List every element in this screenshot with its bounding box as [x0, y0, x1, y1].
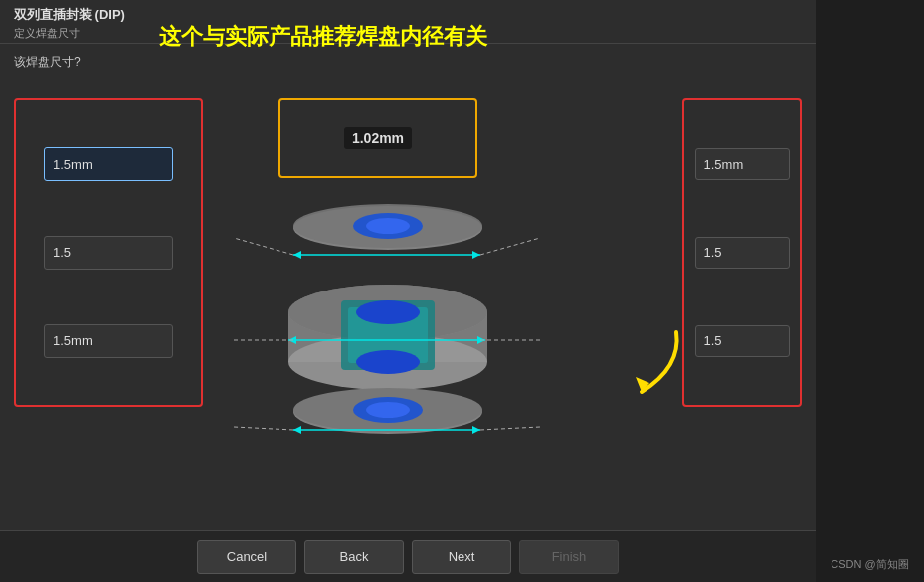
right-inputs-box: [682, 98, 802, 407]
svg-line-28: [480, 238, 540, 255]
right-input-0[interactable]: [695, 148, 790, 180]
svg-line-27: [234, 427, 293, 430]
svg-point-10: [356, 300, 420, 324]
left-inputs-box: [14, 98, 203, 407]
pad-size-label: 该焊盘尺寸?: [14, 54, 802, 71]
right-input-2[interactable]: [695, 325, 790, 357]
footer: Cancel Back Next Finish: [0, 530, 816, 582]
finish-button: Finish: [519, 540, 619, 574]
cancel-button[interactable]: Cancel: [197, 540, 296, 574]
pad-diagram-svg: [234, 183, 542, 442]
left-input-2[interactable]: [44, 324, 173, 358]
main-window: 双列直插封装 (DIP) 定义焊盘尺寸 这个与实际产品推荐焊盘内径有关 该焊盘尺…: [0, 0, 816, 582]
right-input-1[interactable]: [695, 237, 790, 269]
svg-point-15: [366, 402, 410, 418]
back-button[interactable]: Back: [304, 540, 404, 574]
next-button[interactable]: Next: [412, 540, 511, 574]
svg-line-25: [234, 238, 293, 255]
left-input-0[interactable]: [44, 147, 173, 181]
watermark-panel: CSDN @简知圈: [816, 0, 924, 582]
svg-point-11: [356, 350, 420, 374]
watermark-text: CSDN @简知圈: [831, 557, 908, 572]
svg-marker-18: [472, 251, 480, 259]
annotation-text: 这个与实际产品推荐焊盘内径有关: [159, 22, 487, 52]
svg-point-3: [366, 218, 410, 234]
content-area: 该焊盘尺寸? 1.02mm: [0, 44, 816, 530]
svg-marker-17: [293, 251, 301, 259]
top-dimension-box: 1.02mm: [278, 98, 477, 178]
center-visualization: 1.02mm: [219, 98, 557, 437]
svg-marker-24: [472, 426, 480, 434]
yellow-arrow-annotation: [622, 327, 691, 407]
left-input-1[interactable]: [44, 236, 173, 270]
svg-marker-23: [293, 426, 301, 434]
center-dimension-label: 1.02mm: [344, 127, 412, 149]
svg-line-30: [480, 427, 540, 430]
